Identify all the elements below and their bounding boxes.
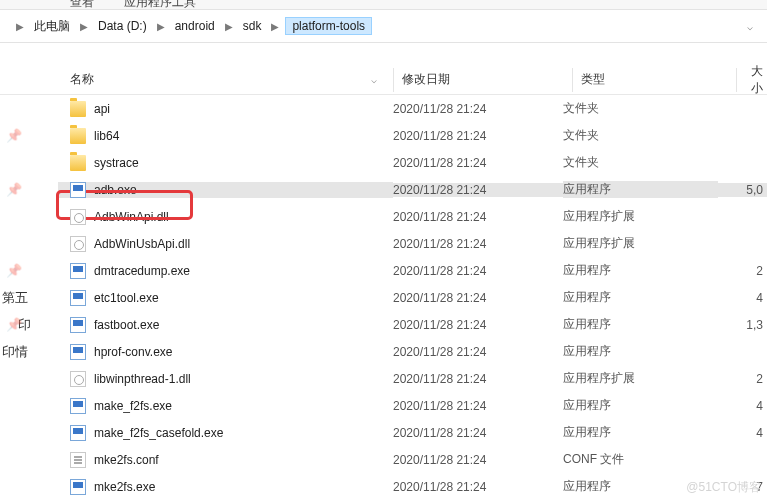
file-size-cell: 4 (718, 291, 767, 305)
file-name-label: lib64 (94, 129, 119, 143)
file-row[interactable]: 第五etc1tool.exe2020/11/28 21:24应用程序4 (0, 284, 767, 311)
file-row[interactable]: make_f2fs.exe2020/11/28 21:24应用程序4 (0, 392, 767, 419)
file-size-cell: 1,3 (718, 318, 767, 332)
file-date-cell: 2020/11/28 21:24 (393, 453, 563, 467)
file-size-cell: 2 (718, 372, 767, 386)
file-name-cell[interactable]: libwinpthread-1.dll (58, 371, 393, 387)
column-header-name-label: 名称 (70, 71, 94, 88)
pin-icon: 📌 (6, 182, 22, 197)
file-type-cell: CONF 文件 (563, 451, 718, 468)
exe-icon (70, 317, 86, 333)
quick-access-pin: 📌印 (0, 316, 58, 334)
column-header-type[interactable]: 类型 (581, 71, 736, 88)
file-size-cell: 4 (718, 426, 767, 440)
ribbon-tab-apptools[interactable]: 应用程序工具 (124, 0, 196, 3)
column-headers: 名称 ⌵ 修改日期 类型 大小 (0, 65, 767, 95)
exe-icon (70, 425, 86, 441)
file-name-label: systrace (94, 156, 139, 170)
file-date-cell: 2020/11/28 21:24 (393, 399, 563, 413)
file-date-cell: 2020/11/28 21:24 (393, 318, 563, 332)
file-name-cell[interactable]: api (58, 101, 393, 117)
file-name-label: etc1tool.exe (94, 291, 159, 305)
conf-icon (70, 452, 86, 468)
file-name-label: libwinpthread-1.dll (94, 372, 191, 386)
file-name-label: make_f2fs.exe (94, 399, 172, 413)
file-type-cell: 应用程序扩展 (563, 370, 718, 387)
file-name-cell[interactable]: hprof-conv.exe (58, 344, 393, 360)
column-header-date[interactable]: 修改日期 (402, 71, 572, 88)
file-name-cell[interactable]: AdbWinApi.dll (58, 209, 393, 225)
file-row[interactable]: 📌dmtracedump.exe2020/11/28 21:24应用程序2 (0, 257, 767, 284)
column-header-size[interactable]: 大小 (745, 63, 767, 97)
chevron-right-icon[interactable]: ▶ (271, 21, 279, 32)
file-name-cell[interactable]: dmtracedump.exe (58, 263, 393, 279)
file-row[interactable]: make_f2fs_casefold.exe2020/11/28 21:24应用… (0, 419, 767, 446)
file-date-cell: 2020/11/28 21:24 (393, 264, 563, 278)
file-type-cell: 应用程序 (563, 343, 718, 360)
file-date-cell: 2020/11/28 21:24 (393, 156, 563, 170)
file-date-cell: 2020/11/28 21:24 (393, 291, 563, 305)
breadcrumb-seg-1[interactable]: Data (D:) (94, 17, 151, 35)
file-name-cell[interactable]: lib64 (58, 128, 393, 144)
file-row[interactable]: AdbWinUsbApi.dll2020/11/28 21:24应用程序扩展 (0, 230, 767, 257)
file-date-cell: 2020/11/28 21:24 (393, 345, 563, 359)
sort-indicator-icon: ⌵ (371, 74, 377, 85)
chevron-right-icon[interactable]: ▶ (16, 21, 24, 32)
file-type-cell: 应用程序扩展 (563, 208, 718, 225)
file-name-label: fastboot.exe (94, 318, 159, 332)
breadcrumb-seg-2[interactable]: android (171, 17, 219, 35)
file-name-label: api (94, 102, 110, 116)
column-header-name[interactable]: 名称 ⌵ (58, 71, 393, 88)
file-date-cell: 2020/11/28 21:24 (393, 480, 563, 494)
file-name-cell[interactable]: AdbWinUsbApi.dll (58, 236, 393, 252)
file-date-cell: 2020/11/28 21:24 (393, 426, 563, 440)
file-name-cell[interactable]: make_f2fs_casefold.exe (58, 425, 393, 441)
pin-icon: 📌 (6, 263, 22, 278)
quick-access-pin: 📌 (0, 128, 58, 143)
file-size-cell: 7 (718, 480, 767, 494)
file-name-label: dmtracedump.exe (94, 264, 190, 278)
file-row[interactable]: api2020/11/28 21:24文件夹 (0, 95, 767, 122)
file-row[interactable]: libwinpthread-1.dll2020/11/28 21:24应用程序扩… (0, 365, 767, 392)
file-type-cell: 应用程序扩展 (563, 235, 718, 252)
file-date-cell: 2020/11/28 21:24 (393, 129, 563, 143)
file-name-cell[interactable]: mke2fs.conf (58, 452, 393, 468)
file-row[interactable]: systrace2020/11/28 21:24文件夹 (0, 149, 767, 176)
breadcrumb-seg-4[interactable]: platform-tools (285, 17, 372, 35)
file-row[interactable]: mke2fs.exe2020/11/28 21:24应用程序7 (0, 473, 767, 500)
breadcrumb-seg-0[interactable]: 此电脑 (30, 16, 74, 37)
file-name-cell[interactable]: make_f2fs.exe (58, 398, 393, 414)
file-name-cell[interactable]: etc1tool.exe (58, 290, 393, 306)
file-size-cell: 4 (718, 399, 767, 413)
dll-icon (70, 236, 86, 252)
file-type-cell: 应用程序 (563, 289, 718, 306)
quick-access-label: 印情 (2, 343, 28, 361)
file-name-cell[interactable]: mke2fs.exe (58, 479, 393, 495)
folder-icon (70, 101, 86, 117)
file-row[interactable]: 📌adb.exe2020/11/28 21:24应用程序5,0 (0, 176, 767, 203)
file-row[interactable]: AdbWinApi.dll2020/11/28 21:24应用程序扩展 (0, 203, 767, 230)
file-row[interactable]: 📌lib642020/11/28 21:24文件夹 (0, 122, 767, 149)
exe-icon (70, 398, 86, 414)
file-name-cell[interactable]: adb.exe (58, 182, 393, 198)
breadcrumb-seg-3[interactable]: sdk (239, 17, 266, 35)
dll-icon (70, 209, 86, 225)
ribbon-tabs: 查看 应用程序工具 (0, 0, 767, 10)
file-name-cell[interactable]: fastboot.exe (58, 317, 393, 333)
breadcrumb[interactable]: ▶ 此电脑 ▶ Data (D:) ▶ android ▶ sdk ▶ plat… (0, 10, 767, 43)
chevron-right-icon[interactable]: ▶ (225, 21, 233, 32)
file-name-cell[interactable]: systrace (58, 155, 393, 171)
chevron-down-icon[interactable]: ⌵ (735, 21, 765, 32)
ribbon-tab-view[interactable]: 查看 (70, 0, 94, 3)
file-row[interactable]: mke2fs.conf2020/11/28 21:24CONF 文件 (0, 446, 767, 473)
file-name-label: AdbWinUsbApi.dll (94, 237, 190, 251)
file-row[interactable]: 印情hprof-conv.exe2020/11/28 21:24应用程序 (0, 338, 767, 365)
chevron-right-icon[interactable]: ▶ (157, 21, 165, 32)
file-type-cell: 应用程序 (563, 478, 718, 495)
file-type-cell: 应用程序 (563, 262, 718, 279)
file-type-cell: 应用程序 (563, 181, 718, 198)
chevron-right-icon[interactable]: ▶ (80, 21, 88, 32)
file-list: api2020/11/28 21:24文件夹📌lib642020/11/28 2… (0, 95, 767, 500)
file-row[interactable]: 📌印fastboot.exe2020/11/28 21:24应用程序1,3 (0, 311, 767, 338)
file-name-label: hprof-conv.exe (94, 345, 173, 359)
